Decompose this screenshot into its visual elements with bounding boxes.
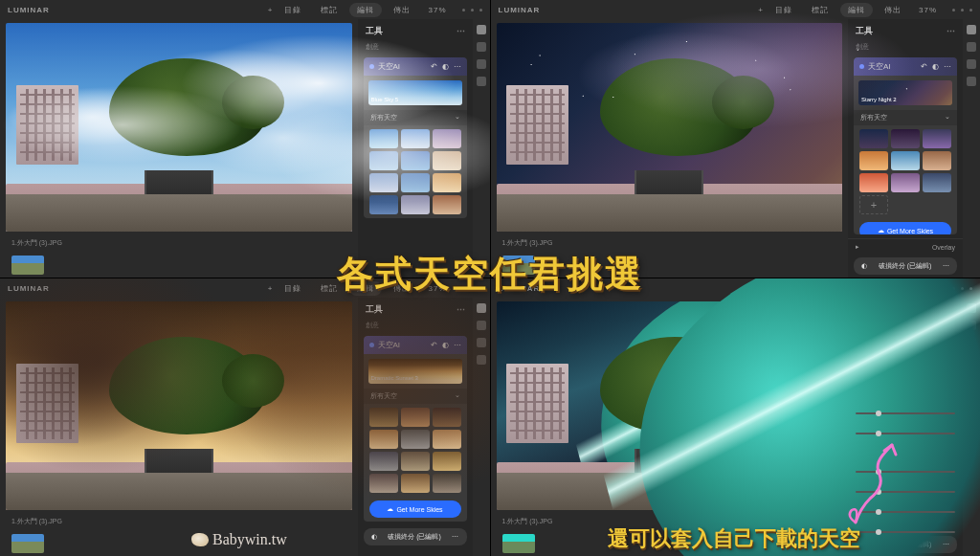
screenshot-pane-3: LUMINAR + 目錄 標記 編輯 傳出 37% 1.外大門 ( — [0, 278, 490, 556]
sky-preview[interactable]: Dramatic Sunset 3 — [368, 359, 462, 384]
tools-panel: 工具⋯ 創意 天空AI↶◐⋯ Starry Night 2 所有天空⌄ — [848, 19, 963, 278]
screenshot-pane-1: LUMINAR + 目錄 標記 編輯 傳出 37% — [0, 0, 490, 278]
sky-preview[interactable]: Blue Sky 5 — [368, 80, 462, 105]
filmstrip-thumb[interactable] — [502, 534, 535, 553]
screenshot-pane-4: LUMINAR + 目錄 標記 編輯 傳出 37% 1.外大門 ( — [491, 278, 981, 556]
tools-panel: 工具⋯ 創意 天空AI↶◐⋯ tonya_siburce_sp 天空方向顯示線天… — [848, 298, 963, 556]
screenshot-pane-2: LUMINAR + 目錄 標記 編輯 傳出 37% — [491, 0, 981, 278]
tools-panel: 工具⋯ 創意 天空AI ↶◐⋯ Blue Sky 5 所有天空⌄ — [358, 19, 473, 278]
tools-panel: 工具⋯ 創意 天空AI↶◐⋯ Dramatic Sunset 3 所有天空⌄ — [358, 298, 473, 556]
sky-preview[interactable]: tonya_siburce_sp — [858, 359, 952, 373]
sky-preview[interactable]: Starry Night 2 — [858, 80, 952, 105]
